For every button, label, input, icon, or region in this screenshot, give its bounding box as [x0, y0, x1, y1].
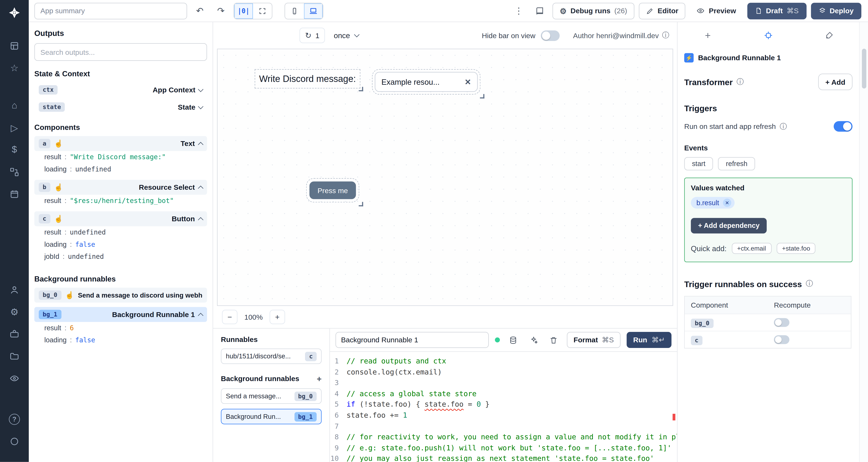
hide-bar-control: Hide bar on view	[482, 30, 560, 40]
info-icon[interactable]: ⓘ	[737, 77, 744, 87]
output-field: result: "Write Discord message:"	[34, 151, 207, 163]
recompute-toggle-c[interactable]	[774, 335, 789, 344]
runnable-badge: bg_1	[294, 412, 317, 421]
folders-icon[interactable]	[4, 347, 24, 366]
grid-width-toggle[interactable]: |0|	[234, 3, 253, 19]
app-summary-input[interactable]	[34, 2, 187, 19]
hand-pointer-icon[interactable]: ☝	[65, 292, 74, 299]
runs-icon[interactable]: ▷	[4, 119, 24, 137]
chevron-up-icon[interactable]	[198, 185, 203, 191]
more-rail-icon[interactable]	[4, 432, 24, 451]
event-chip-refresh[interactable]: refresh	[718, 157, 755, 170]
runnables-list: Runnables hub/1511/discord/se... c Backg…	[213, 329, 330, 462]
apps-grid-icon[interactable]	[4, 37, 24, 56]
info-icon[interactable]: ⓘ	[662, 31, 669, 40]
variables-icon[interactable]: $	[4, 140, 24, 159]
resize-handle[interactable]	[480, 94, 485, 98]
canvas-text-component[interactable]: Write Discord message:	[259, 73, 356, 84]
editor-tab-button[interactable]: Editor	[639, 2, 686, 19]
cache-database-icon[interactable]	[506, 333, 520, 347]
scrollbar-thumb[interactable]	[862, 48, 866, 88]
refresh-mode-select[interactable]: once	[331, 31, 362, 39]
app-canvas[interactable]: Write Discord message: Example resou... …	[217, 48, 673, 306]
component-b-header[interactable]: b ☝ Resource Select	[34, 180, 207, 195]
chevron-up-icon[interactable]	[198, 217, 203, 222]
component-c-header[interactable]: c ☝ Button	[34, 211, 207, 226]
component-a-header[interactable]: a ☝ Text	[34, 136, 207, 151]
favorites-star-icon[interactable]: ☆	[4, 59, 24, 77]
output-field: loading: false	[34, 334, 207, 346]
runnable-item-bg0[interactable]: Send a message... bg_0	[221, 388, 321, 404]
clear-selection-icon[interactable]: ✕	[465, 77, 471, 86]
ai-wand-icon[interactable]	[526, 333, 540, 347]
add-dependency-button[interactable]: + Add dependency	[691, 218, 767, 233]
format-button[interactable]: Format ⌘S	[567, 332, 620, 348]
bg1-header[interactable]: bg_1 Background Runnable 1	[34, 307, 207, 322]
canvas-toolbar: ↻ 1 once Hide bar on view Author henri@w…	[213, 22, 677, 48]
delete-trash-icon[interactable]	[547, 333, 561, 347]
settings-gear-icon[interactable]: ⚙	[4, 303, 24, 322]
search-outputs-input[interactable]	[34, 43, 207, 61]
resources-icon[interactable]	[4, 163, 24, 182]
hand-pointer-icon[interactable]: ☝	[54, 140, 63, 147]
code-area[interactable]: 1// read outputs and ctx2console.log(ctx…	[330, 352, 677, 462]
fullscreen-toggle[interactable]	[253, 3, 272, 19]
ctx-row[interactable]: ctx App Context	[34, 82, 207, 97]
runnable-item-bg1[interactable]: Background Run... bg_1	[221, 409, 321, 424]
hide-bar-toggle[interactable]	[541, 30, 560, 40]
page-scrollbar[interactable]	[859, 22, 868, 462]
redo-button[interactable]: ↷	[213, 3, 229, 19]
event-chip-start[interactable]: start	[684, 157, 713, 170]
quick-add-ctx-email[interactable]: +ctx.email	[732, 243, 772, 254]
zoom-out-button[interactable]: −	[222, 310, 238, 324]
runnable-item-hub[interactable]: hub/1511/discord/se... c	[221, 349, 321, 364]
recompute-toggle-bg0[interactable]	[774, 318, 789, 327]
info-icon[interactable]: ⓘ	[780, 122, 787, 132]
tab-component-settings[interactable]	[738, 22, 799, 48]
add-background-runnable-button[interactable]: +	[317, 374, 322, 383]
dependency-chip[interactable]: b.result ✕	[691, 197, 735, 209]
run-button[interactable]: Run ⌘↵	[626, 332, 672, 348]
chevron-up-icon[interactable]	[198, 141, 203, 147]
canvas-resource-select[interactable]: Example resou... ✕	[375, 72, 477, 92]
windmill-logo-icon[interactable]	[7, 6, 22, 22]
preview-tab-button[interactable]: Preview	[690, 2, 743, 19]
hand-pointer-icon[interactable]: ☝	[54, 184, 63, 191]
resize-handle[interactable]	[359, 202, 363, 206]
zoom-in-button[interactable]: +	[270, 310, 285, 324]
state-row[interactable]: state State	[34, 100, 207, 114]
quick-add-state-foo[interactable]: +state.foo	[776, 243, 815, 254]
debug-runs-button[interactable]: ⚙ Debug runs (26)	[553, 2, 634, 19]
user-icon[interactable]	[4, 280, 24, 299]
schedules-icon[interactable]	[4, 185, 24, 204]
chevron-down-icon[interactable]	[198, 86, 203, 92]
tab-styling[interactable]	[799, 22, 859, 48]
runnable-name-input[interactable]	[336, 332, 489, 348]
resize-handle[interactable]	[359, 87, 363, 91]
quick-add-row: Quick add: +ctx.email +state.foo	[691, 243, 846, 254]
bg0-header[interactable]: bg_0 ☝ Send a message to discord using w…	[34, 288, 207, 303]
help-icon[interactable]: ?	[4, 410, 24, 429]
chevron-down-icon[interactable]	[198, 103, 203, 109]
deploy-button[interactable]: Deploy	[811, 2, 861, 19]
info-icon[interactable]: ⓘ	[806, 279, 813, 289]
more-menu-button[interactable]: ⋮	[510, 3, 527, 19]
remove-dependency-icon[interactable]: ✕	[723, 199, 731, 207]
home-icon[interactable]: ⌂	[4, 96, 24, 115]
runnable-bolt-icon: ⚡	[684, 53, 693, 62]
undo-button[interactable]: ↶	[191, 3, 208, 19]
docs-button[interactable]	[531, 3, 548, 19]
hand-pointer-icon[interactable]: ☝	[54, 215, 63, 223]
tab-insert[interactable]: +	[678, 22, 738, 48]
refresh-count-button[interactable]: ↻ 1	[300, 28, 325, 43]
add-transformer-button[interactable]: + Add	[818, 73, 852, 90]
desktop-view-toggle[interactable]	[304, 3, 323, 19]
mobile-view-toggle[interactable]	[285, 3, 304, 19]
canvas-button-component[interactable]: Press me	[309, 182, 356, 199]
background-runnables-subtitle: Background runnables +	[221, 374, 321, 383]
workers-icon[interactable]	[4, 325, 24, 343]
chevron-up-icon[interactable]	[198, 312, 203, 318]
run-on-start-toggle[interactable]	[834, 121, 852, 132]
audit-eye-icon[interactable]	[4, 369, 24, 388]
draft-button[interactable]: Draft ⌘S	[747, 2, 806, 19]
